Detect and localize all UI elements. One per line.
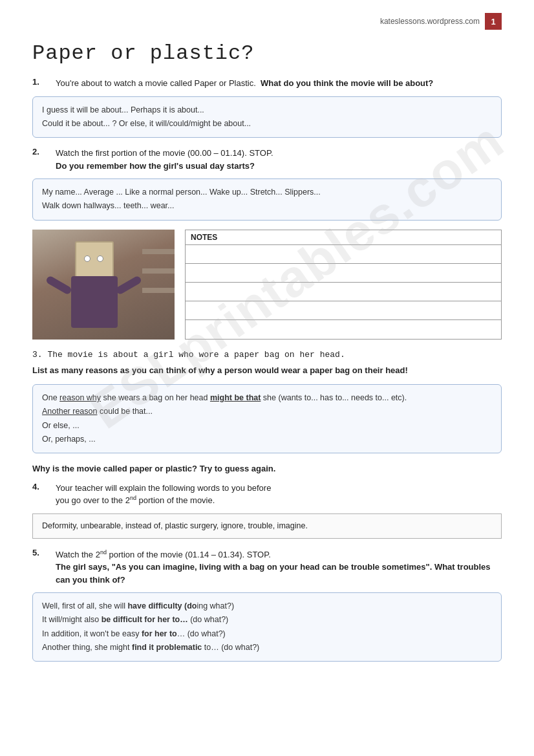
image-notes-row: NOTES bbox=[32, 230, 502, 340]
q1-plain: You're about to watch a movie called Pap… bbox=[56, 78, 256, 88]
q1-text: You're about to watch a movie called Pap… bbox=[56, 77, 502, 90]
ab4-line2: It will/might also be difficult for her … bbox=[42, 613, 492, 627]
bag-head bbox=[75, 241, 114, 277]
question-2: 2. Watch the first portion of the movie … bbox=[32, 147, 502, 172]
ab3-line1: One reason why she wears a bag on her he… bbox=[42, 391, 492, 405]
q1-bold: What do you think the movie will be abou… bbox=[261, 78, 433, 88]
figure-body bbox=[71, 276, 118, 328]
q2-bold: Do you remember how the girl's usual day… bbox=[56, 161, 255, 171]
ab4-line1: Well, first of all, she will have diffic… bbox=[42, 599, 492, 613]
q5-bold: The girl says, "As you can imagine, livi… bbox=[56, 562, 491, 585]
arm-left bbox=[45, 275, 72, 295]
ab1-line1: I guess it will be about... Perhaps it i… bbox=[42, 103, 492, 117]
answer-box-2: My name... Average ... Like a normal per… bbox=[32, 178, 502, 221]
header: kateslessons.wordpress.com 1 bbox=[32, 13, 502, 30]
vocab-box: Deformity, unbearable, instead of, plast… bbox=[32, 513, 502, 539]
ab4-line4: Another thing, she might find it problem… bbox=[42, 641, 492, 654]
q1-number: 1. bbox=[32, 77, 56, 90]
q4-number: 4. bbox=[32, 482, 56, 507]
ab2-line2: Walk down hallways... teeth... wear... bbox=[42, 199, 492, 213]
notes-table: NOTES bbox=[185, 230, 502, 340]
note-row-1 bbox=[186, 244, 502, 263]
answer-box-1: I guess it will be about... Perhaps it i… bbox=[32, 96, 502, 138]
arm-right bbox=[115, 275, 142, 295]
q5-line1: Watch the 2nd portion of the movie (01.1… bbox=[56, 550, 271, 559]
note-row-4 bbox=[186, 301, 502, 320]
q2-text: Watch the first portion of the movie (00… bbox=[56, 147, 502, 172]
q5-number: 5. bbox=[32, 548, 56, 586]
section3-bold: List as many reasons as you can think of… bbox=[32, 364, 502, 378]
note-row-3 bbox=[186, 282, 502, 301]
question-1: 1. You're about to watch a movie called … bbox=[32, 77, 502, 90]
ab4-line3: In addition, it won't be easy for her to… bbox=[42, 627, 492, 641]
ab3-line4: Or, perhaps, ... bbox=[42, 433, 492, 446]
note-row-5 bbox=[186, 320, 502, 339]
section3-plain: 3. The movie is about a girl who wore a … bbox=[32, 349, 502, 362]
question-5: 5. Watch the 2nd portion of the movie (0… bbox=[32, 548, 502, 586]
q4-line1: Your teacher will explain the following … bbox=[56, 483, 271, 493]
ab3-line2: Another reason could be that... bbox=[42, 405, 492, 418]
q4-text: Your teacher will explain the following … bbox=[56, 482, 502, 507]
why-section: Why is the movie called paper or plastic… bbox=[32, 462, 502, 475]
answer-box-3: One reason why she wears a bag on her he… bbox=[32, 384, 502, 453]
page-number-badge: 1 bbox=[485, 13, 502, 30]
ab3-line3: Or else, ... bbox=[42, 419, 492, 433]
note-row-2 bbox=[186, 263, 502, 282]
question-4: 4. Your teacher will explain the followi… bbox=[32, 482, 502, 507]
notes-header: NOTES bbox=[186, 230, 502, 244]
ab1-line2: Could it be about... ? Or else, it will/… bbox=[42, 117, 492, 131]
ab2-line1: My name... Average ... Like a normal per… bbox=[42, 186, 492, 199]
header-url: kateslessons.wordpress.com bbox=[380, 17, 480, 26]
q4-line2: you go over to the 2nd portion of the mo… bbox=[56, 495, 215, 505]
answer-box-4: Well, first of all, she will have diffic… bbox=[32, 592, 502, 662]
q2-mono: Watch the first portion of the movie (00… bbox=[56, 148, 273, 158]
movie-image bbox=[32, 230, 175, 340]
page-title: Paper or plastic? bbox=[32, 41, 502, 65]
q5-text: Watch the 2nd portion of the movie (01.1… bbox=[56, 548, 502, 586]
q2-number: 2. bbox=[32, 147, 56, 172]
